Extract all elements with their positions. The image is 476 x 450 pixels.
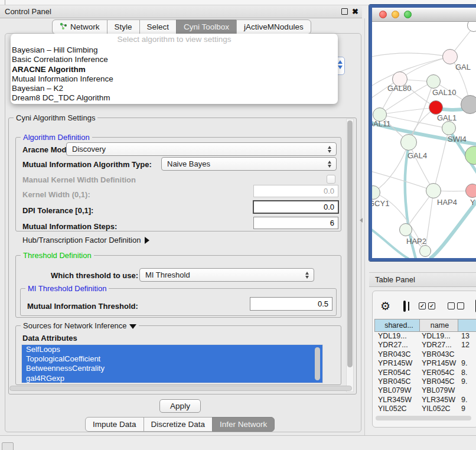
node-label-hap4: HAP4	[437, 198, 457, 207]
algorithm-option-aracne-algorithm[interactable]: ARACNE Algorithm	[11, 65, 338, 74]
apply-button[interactable]: Apply	[159, 399, 201, 413]
attribute-item-betweennesscentrality[interactable]: BetweennessCentrality	[22, 364, 322, 373]
table-row[interactable]: YBR043CYBR043C	[374, 350, 476, 359]
algorithm-option-bayesian-hill-climbing[interactable]: Bayesian – Hill Climbing	[11, 45, 338, 55]
hub-transcription-factor-toggle[interactable]: Hub/Transcription Factor Definition	[22, 236, 149, 244]
tab-infer-network[interactable]: Infer Network	[212, 417, 275, 432]
settings-horizontal-scrollbar[interactable]	[9, 386, 352, 391]
table-cell: 13	[459, 332, 476, 341]
bottom-tabs: Impute DataDiscretize DataInfer Network	[85, 417, 275, 432]
table-row[interactable]: YBR045CYBR045C9.	[374, 377, 476, 386]
attribute-item-gal4rgexp[interactable]: gal4RGexp	[22, 374, 322, 383]
kernel-width-value: 0.0	[324, 187, 334, 195]
table-row[interactable]: YIL052CYIL052C9	[374, 405, 476, 413]
tab-cyni-toolbox[interactable]: Cyni Toolbox	[176, 19, 237, 34]
algorithm-option-list: Bayesian – Hill ClimbingBasic Correlatio…	[11, 45, 338, 103]
close-window-button[interactable]	[379, 11, 387, 18]
node-hap2[interactable]	[399, 223, 412, 236]
node-label-y: Y	[470, 198, 475, 207]
sources-title-toggle[interactable]: Sources for Network Inference	[21, 321, 139, 330]
column-header-2[interactable]	[458, 319, 476, 332]
network-canvas[interactable]: GALGAL80GAL10GAL1GAL11SWI4GAL4GCY1HAP4YH…	[372, 22, 476, 258]
zoom-window-button[interactable]	[404, 11, 412, 18]
expand-right-arrow-icon	[145, 237, 149, 244]
node-label-gal11: GAL11	[372, 119, 391, 128]
mi-algorithm-type-combobox[interactable]: Naive Bayes	[161, 157, 337, 171]
which-threshold-value: MI Threshold	[145, 270, 190, 279]
attributes-list-scrollbar[interactable]	[315, 347, 320, 380]
kernel-width-field[interactable]: 0.0	[253, 185, 338, 197]
network-node[interactable]	[461, 95, 476, 114]
table-cell: YBR045C	[374, 377, 420, 386]
network-view-window[interactable]: GALGAL80GAL10GAL1GAL11SWI4GAL4GCY1HAP4YH…	[369, 5, 476, 261]
tab-label: Select	[147, 22, 169, 31]
manual-kernel-width-label: Manual Kernel Width Definition	[22, 175, 136, 184]
combo-up-arrow-icon	[338, 60, 343, 64]
deselect-all-columns-icon[interactable]	[448, 302, 464, 309]
table-row[interactable]: YBL079WYBL079W	[374, 386, 476, 395]
tab-label: jActiveMNodules	[244, 22, 304, 31]
table-row[interactable]: YPR145WYPR145W9.	[374, 359, 476, 368]
dpi-tolerance-field[interactable]: 0.0	[253, 200, 339, 214]
algorithm-option-mutual-information-inference[interactable]: Mutual Information Inference	[11, 74, 338, 84]
network-window-titlebar[interactable]	[372, 8, 476, 22]
column-header-name[interactable]: name	[419, 319, 458, 332]
table-rows: YDL19...YDL19...13YDR27...YDR27...12YBR0…	[374, 332, 476, 414]
data-attributes-label: Data Attributes	[22, 334, 77, 343]
mi-threshold-value: 0.5	[318, 299, 328, 308]
corner-button-partial[interactable]	[2, 442, 14, 450]
algorithm-option-basic-correlation-inference[interactable]: Basic Correlation Inference	[11, 55, 338, 64]
table-horizontal-scrollbar[interactable]	[376, 416, 471, 420]
tab-network[interactable]: Network	[52, 19, 107, 34]
table-cell	[459, 386, 476, 395]
node-gal1[interactable]	[429, 100, 443, 115]
panel-resize-handle-icon[interactable]	[360, 218, 363, 223]
select-all-columns-icon[interactable]: ✓ ✓	[419, 302, 435, 309]
algorithm-popup-placeholder: Select algorithm to view settings	[11, 34, 338, 45]
mi-threshold-field[interactable]: 0.5	[250, 297, 332, 311]
tab-style[interactable]: Style	[107, 19, 140, 34]
table-row[interactable]: YER054CYER054C8.	[374, 369, 476, 377]
tab-select[interactable]: Select	[139, 19, 177, 34]
aracne-mode-combobox[interactable]: Discovery	[66, 142, 337, 156]
close-panel-icon[interactable]: ✖	[352, 8, 358, 15]
unchecked-box-icon	[457, 302, 464, 309]
threshold-definition-title: Threshold Definition	[21, 251, 94, 260]
cyni-algorithm-settings-title: Cyni Algorithm Settings	[14, 113, 97, 122]
tab-discretize-data[interactable]: Discretize Data	[144, 417, 213, 432]
float-panel-icon[interactable]	[341, 8, 348, 15]
node-hap4[interactable]	[426, 183, 441, 198]
which-threshold-combobox[interactable]: MI Threshold	[139, 268, 314, 282]
node-gal10[interactable]	[426, 74, 441, 89]
node-gal4[interactable]	[400, 134, 417, 151]
table-row[interactable]: YDL19...YDL19...13	[374, 332, 476, 341]
dpi-tolerance-label: DPI Tolerance [0,1]:	[22, 206, 93, 215]
attribute-item-selfloops[interactable]: SelfLoops	[22, 345, 322, 354]
table-cell: YDL19...	[374, 332, 420, 341]
algorithm-option-dream8-dc-tdc-algorithm[interactable]: Dream8 DC_TDC Algorithm	[11, 93, 338, 103]
node-label-swi4: SWI4	[448, 135, 467, 144]
node-y[interactable]	[465, 184, 476, 198]
kernel-width-label: Kernel Width (0,1):	[22, 190, 90, 199]
attribute-item-topologicalcoefficient[interactable]: TopologicalCoefficient	[22, 354, 322, 364]
table-cell: 9.	[459, 359, 476, 368]
minimize-window-button[interactable]	[392, 11, 399, 18]
node-swi4[interactable]	[442, 121, 456, 135]
table-row[interactable]: YLR345WYLR345W9.	[374, 396, 476, 405]
tab-jactivemnodules[interactable]: jActiveMNodules	[236, 19, 311, 34]
mi-algorithm-type-value: Naive Bayes	[167, 159, 210, 168]
tab-impute-data[interactable]: Impute Data	[85, 417, 144, 432]
algorithm-option-bayesian-k2[interactable]: Bayesian – K2	[11, 84, 338, 93]
tab-label: Infer Network	[220, 420, 267, 429]
network-node[interactable]	[419, 245, 431, 257]
manual-kernel-width-checkbox[interactable]	[327, 175, 335, 184]
mi-steps-field[interactable]: 6	[253, 217, 338, 229]
table-row[interactable]: YDR27...YDR27...12	[374, 341, 476, 350]
tab-label: Discretize Data	[151, 420, 206, 429]
column-header-shared[interactable]: shared...	[374, 319, 420, 332]
network-tab-icon	[60, 22, 67, 32]
collapse-down-arrow-icon	[129, 324, 136, 329]
settings-scrollbar-thumb[interactable]	[347, 120, 353, 367]
column-layout-icon[interactable]	[403, 301, 406, 312]
table-settings-gear-icon[interactable]: ⚙	[380, 299, 390, 313]
